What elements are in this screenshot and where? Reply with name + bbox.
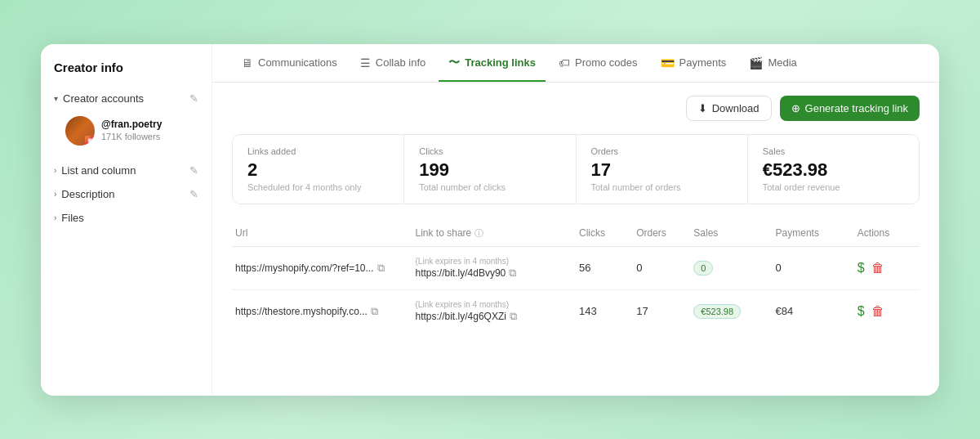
stat-label: Sales: [763, 146, 904, 156]
cell-clicks: 143: [576, 305, 633, 317]
table-row: https://thestore.myshopify.co... ⧉ (Link…: [232, 290, 920, 333]
stat-sub: Scheduled for 4 months only: [247, 182, 389, 192]
tab-bar: 🖥 Communications ☰ Collab info 〜 Trackin…: [212, 44, 939, 83]
edit-icon[interactable]: ✎: [189, 188, 198, 200]
cell-orders: 17: [633, 305, 690, 317]
payments-icon: 💳: [661, 56, 675, 69]
tab-tracking-links[interactable]: 〜 Tracking links: [439, 44, 546, 82]
tab-label: Promo codes: [575, 56, 638, 69]
copy-icon[interactable]: ⧉: [377, 262, 385, 275]
stat-label: Clicks: [419, 146, 560, 156]
sidebar-item-label: Files: [61, 212, 83, 224]
stat-sales: Sales €523.98 Total order revenue: [748, 135, 919, 204]
tab-media[interactable]: 🎬 Media: [739, 45, 806, 81]
stats-row: Links added 2 Scheduled for 4 months onl…: [232, 134, 920, 204]
link-share-url: https://bit.ly/4dBvy90: [416, 267, 506, 279]
sidebar-item-label: List and column: [61, 164, 136, 177]
col-clicks: Clicks: [576, 227, 633, 240]
url-text: https://thestore.myshopify.co...: [235, 306, 368, 317]
delete-icon[interactable]: 🗑: [871, 304, 884, 319]
chevron-right-icon: ›: [54, 213, 56, 222]
chevron-right-icon: ›: [54, 190, 56, 199]
media-icon: 🎬: [749, 56, 763, 69]
creator-accounts-section: ▾ Creator accounts ✎ ▣ @fran.poetry 171K…: [54, 87, 198, 155]
tab-label: Tracking links: [465, 56, 536, 69]
tracking-links-icon: 〜: [448, 56, 460, 70]
cell-payments: €84: [773, 305, 854, 317]
link-share-url: https://bit.ly/4g6QXZi: [416, 311, 506, 322]
copy-icon[interactable]: ⧉: [509, 267, 516, 280]
stat-links-added: Links added 2 Scheduled for 4 months onl…: [233, 135, 404, 204]
link-url-row: https://bit.ly/4dBvy90 ⧉: [416, 267, 572, 280]
download-icon: ⬇: [698, 102, 707, 114]
creator-handle: @fran.poetry: [101, 119, 162, 132]
tab-label: Communications: [258, 56, 337, 69]
tab-promo-codes[interactable]: 🏷 Promo codes: [549, 45, 648, 81]
tab-collab-info[interactable]: ☰ Collab info: [350, 45, 435, 81]
generate-tracking-link-button[interactable]: ⊕ Generate tracking link: [780, 96, 920, 121]
stat-sub: Total number of orders: [591, 182, 733, 192]
copy-icon[interactable]: ⧉: [510, 310, 517, 323]
download-button[interactable]: ⬇ Download: [686, 96, 772, 121]
creator-info: @fran.poetry 171K followers: [101, 119, 162, 143]
stat-value: 2: [247, 159, 389, 181]
tab-label: Payments: [679, 56, 727, 69]
commission-icon[interactable]: $: [858, 304, 865, 319]
promo-codes-icon: 🏷: [559, 56, 570, 69]
stat-value: 199: [419, 159, 560, 181]
sidebar-item-description[interactable]: › Description ✎: [54, 182, 198, 206]
link-expiry: (Link expires in 4 months): [416, 257, 572, 266]
stat-clicks: Clicks 199 Total number of clicks: [404, 135, 576, 204]
col-orders: Orders: [633, 227, 690, 240]
creator-accounts-header[interactable]: ▾ Creator accounts ✎: [54, 87, 198, 110]
main-content: 🖥 Communications ☰ Collab info 〜 Trackin…: [212, 44, 939, 396]
col-sales: Sales: [690, 227, 772, 240]
col-payments: Payments: [773, 227, 854, 240]
cell-link-to-share: (Link expires in 4 months) https://bit.l…: [412, 257, 576, 280]
info-icon[interactable]: ⓘ: [474, 228, 483, 238]
stat-orders: Orders 17 Total number of orders: [577, 135, 748, 204]
sidebar-item-label: Description: [61, 188, 114, 200]
sidebar-title: Creator info: [54, 60, 198, 74]
avatar: ▣: [65, 116, 95, 146]
table-row: https://myshopify.com/?ref=10... ⧉ (Link…: [232, 247, 920, 290]
sales-badge: €523.98: [693, 304, 741, 319]
cell-actions: $ 🗑: [854, 304, 920, 319]
communications-icon: 🖥: [242, 56, 253, 69]
col-url: Url: [232, 227, 412, 240]
sidebar: Creator info ▾ Creator accounts ✎ ▣ @fra…: [41, 44, 212, 396]
tab-label: Media: [768, 56, 796, 69]
instagram-badge: ▣: [85, 136, 95, 146]
copy-icon[interactable]: ⧉: [371, 305, 378, 318]
sidebar-item-list-and-column[interactable]: › List and column ✎: [54, 159, 198, 182]
creator-followers: 171K followers: [101, 131, 162, 142]
cell-url: https://myshopify.com/?ref=10... ⧉: [232, 262, 412, 275]
cell-orders: 0: [633, 262, 690, 274]
stat-value: 17: [591, 159, 733, 181]
col-actions: Actions: [854, 227, 920, 240]
chevron-down-icon: ▾: [54, 94, 58, 103]
stat-label: Orders: [591, 146, 733, 156]
cell-url: https://thestore.myshopify.co... ⧉: [232, 305, 412, 318]
commission-icon[interactable]: $: [858, 261, 865, 275]
cell-payments: 0: [773, 262, 854, 274]
tab-label: Collab info: [376, 56, 425, 69]
cell-sales: 0: [690, 262, 772, 274]
delete-icon[interactable]: 🗑: [871, 261, 884, 275]
cell-actions: $ 🗑: [854, 261, 920, 275]
url-text: https://myshopify.com/?ref=10...: [235, 262, 374, 274]
tracking-links-table: Url Link to share ⓘ Clicks Orders Sales …: [232, 221, 920, 333]
stat-sub: Total number of clicks: [419, 182, 560, 192]
action-bar: ⬇ Download ⊕ Generate tracking link: [232, 96, 920, 121]
stat-value: €523.98: [763, 159, 904, 181]
cell-clicks: 56: [576, 262, 633, 274]
tab-payments[interactable]: 💳 Payments: [651, 45, 737, 81]
edit-icon[interactable]: ✎: [189, 92, 198, 105]
sidebar-item-files[interactable]: › Files: [54, 206, 198, 230]
col-link-to-share: Link to share ⓘ: [412, 227, 576, 240]
generate-icon: ⊕: [791, 102, 800, 114]
tab-communications[interactable]: 🖥 Communications: [232, 45, 347, 81]
edit-icon[interactable]: ✎: [189, 164, 198, 177]
creator-account-block: ▣ @fran.poetry 171K followers: [54, 110, 198, 155]
stat-sub: Total order revenue: [763, 182, 904, 192]
